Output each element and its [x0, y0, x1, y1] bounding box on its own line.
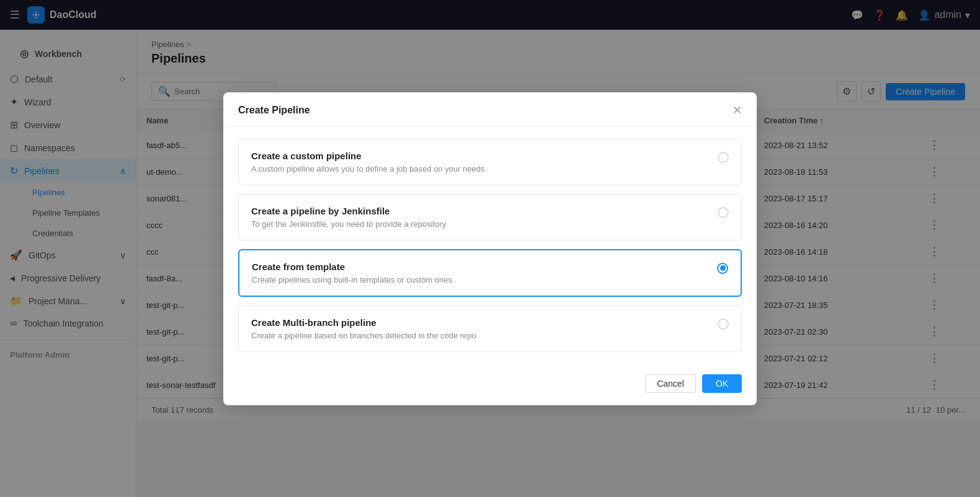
option-custom-desc: A custom pipeline allows you to define a…	[251, 164, 718, 174]
cancel-button[interactable]: Cancel	[645, 374, 696, 393]
modal-header: Create Pipeline ✕	[223, 92, 757, 126]
option-template[interactable]: Create from template Create pipelines us…	[238, 249, 742, 297]
option-template-text: Create from template Create pipelines us…	[252, 262, 717, 284]
option-template-desc: Create pipelines using built-in template…	[252, 275, 717, 284]
option-multibranch-text: Create Multi-branch pipeline Create a pi…	[251, 317, 718, 340]
modal-title: Create Pipeline	[238, 105, 310, 116]
option-multibranch-desc: Create a pipeline based on branches dete…	[251, 331, 718, 340]
create-pipeline-modal: Create Pipeline ✕ Create a custom pipeli…	[223, 92, 757, 405]
option-jenkinsfile-radio[interactable]	[718, 207, 729, 218]
option-custom[interactable]: Create a custom pipeline A custom pipeli…	[238, 139, 742, 185]
option-jenkinsfile-title: Create a pipeline by Jenkinsfile	[251, 206, 718, 216]
option-jenkinsfile-text: Create a pipeline by Jenkinsfile To get …	[251, 206, 718, 229]
option-jenkinsfile-desc: To get the Jenkinsfile, you need to prov…	[251, 219, 718, 229]
option-jenkinsfile[interactable]: Create a pipeline by Jenkinsfile To get …	[238, 194, 742, 240]
option-custom-text: Create a custom pipeline A custom pipeli…	[251, 151, 718, 174]
modal-footer: Cancel OK	[223, 364, 757, 405]
option-multibranch-title: Create Multi-branch pipeline	[251, 317, 718, 328]
modal-close-button[interactable]: ✕	[733, 105, 742, 116]
modal-body: Create a custom pipeline A custom pipeli…	[223, 126, 757, 364]
option-multibranch[interactable]: Create Multi-branch pipeline Create a pi…	[238, 306, 742, 352]
option-custom-title: Create a custom pipeline	[251, 151, 718, 161]
option-template-radio[interactable]	[717, 263, 728, 274]
option-multibranch-radio[interactable]	[718, 319, 729, 330]
option-custom-radio[interactable]	[718, 152, 729, 163]
option-template-title: Create from template	[252, 262, 717, 272]
modal-overlay[interactable]: Create Pipeline ✕ Create a custom pipeli…	[0, 0, 980, 497]
ok-button[interactable]: OK	[702, 374, 742, 393]
